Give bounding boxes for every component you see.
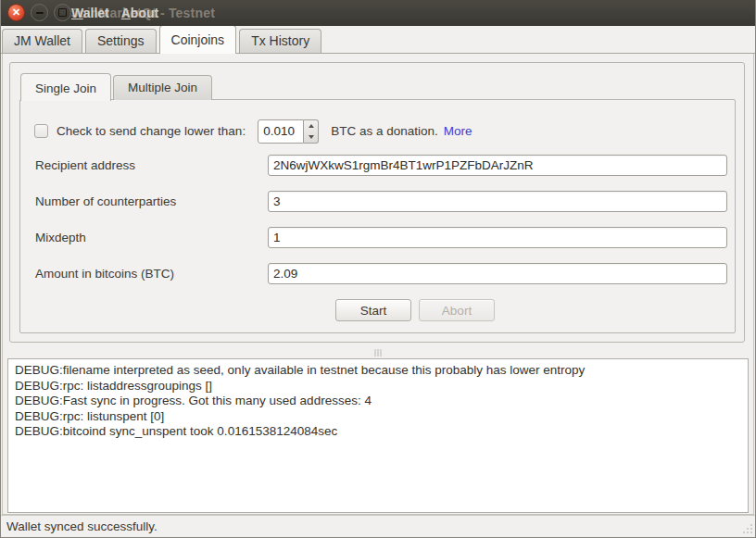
start-button[interactable]: Start xyxy=(335,299,411,321)
status-bar: Wallet synced successfully. xyxy=(0,515,756,538)
donation-checkbox[interactable] xyxy=(34,124,48,138)
subtab-multiple-join[interactable]: Multiple Join xyxy=(113,75,212,100)
spin-down-icon[interactable] xyxy=(304,131,318,143)
amount-btc-input[interactable] xyxy=(268,263,727,284)
abort-button: Abort xyxy=(419,299,495,321)
log-line: DEBUG:rpc: listunspent [0] xyxy=(15,409,741,425)
global-menubar: Wallet About xyxy=(71,6,158,20)
log-output[interactable]: DEBUG:filename interpreted as seed, only… xyxy=(7,358,749,513)
amount-btc-label: Amount in bitcoins (BTC) xyxy=(35,267,174,281)
sub-tabbar: Single Join Multiple Join xyxy=(20,73,214,100)
spin-up-icon[interactable] xyxy=(304,120,318,131)
log-line: DEBUG:filename interpreted as seed, only… xyxy=(15,363,741,379)
counterparties-input[interactable] xyxy=(268,191,727,212)
tab-jm-wallet[interactable]: JM Wallet xyxy=(2,29,82,53)
tab-coinjoins[interactable]: Coinjoins xyxy=(159,25,237,54)
menu-item-about[interactable]: About xyxy=(121,6,158,20)
spin-buttons xyxy=(304,119,319,144)
log-line: DEBUG:rpc: listaddressgroupings [] xyxy=(15,379,741,394)
subtab-single-join[interactable]: Single Join xyxy=(20,73,111,101)
mixdepth-label: Mixdepth xyxy=(35,231,86,244)
resize-grip-icon[interactable] xyxy=(741,523,753,535)
log-line: DEBUG:bitcoind sync_unspent took 0.01615… xyxy=(15,424,741,440)
splitter-handle[interactable] xyxy=(375,349,382,357)
more-link[interactable]: More xyxy=(444,124,472,138)
menu-item-wallet[interactable]: Wallet xyxy=(71,6,109,20)
donation-amount-input[interactable] xyxy=(258,119,304,144)
donation-suffix-text: BTC as a donation. xyxy=(331,124,438,138)
recipient-address-input[interactable] xyxy=(268,155,727,176)
minimize-icon[interactable] xyxy=(31,4,48,21)
donation-amount-spinbox xyxy=(258,119,319,144)
tab-settings[interactable]: Settings xyxy=(85,29,157,53)
donation-row: Check to send change lower than: BTC as … xyxy=(34,119,472,144)
recipient-address-label: Recipient address xyxy=(35,158,135,172)
status-message: Wallet synced successfully. xyxy=(6,519,158,533)
tab-tx-history[interactable]: Tx History xyxy=(239,29,321,53)
mixdepth-input[interactable] xyxy=(268,227,727,248)
log-line: DEBUG:Fast sync in progress. Got this ma… xyxy=(15,394,741,409)
close-icon[interactable]: ✕ xyxy=(7,4,25,21)
main-tabbar: JM Wallet Settings Coinjoins Tx History xyxy=(0,26,756,54)
titlebar: ✕ JoinMarketQt - Testnet Wallet About xyxy=(0,0,756,26)
single-join-panel: Check to send change lower than: BTC as … xyxy=(19,99,736,333)
coinjoin-groupbox: Single Join Multiple Join Check to send … xyxy=(9,62,745,343)
counterparties-label: Number of counterparties xyxy=(35,194,176,208)
maximize-icon[interactable] xyxy=(54,4,71,21)
donation-checkbox-label: Check to send change lower than: xyxy=(57,124,246,138)
coinjoins-pane: Single Join Multiple Join Check to send … xyxy=(2,54,754,515)
